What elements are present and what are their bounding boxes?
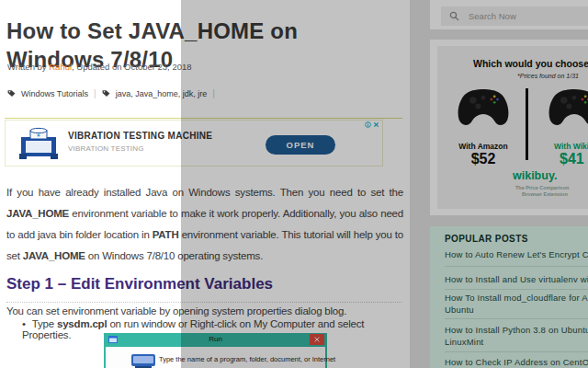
wikibuy-logo: wikibuy. (513, 169, 557, 182)
search-icon (449, 11, 459, 21)
tag-icon (102, 89, 110, 98)
amazon-price-label: With Amazon (441, 142, 526, 151)
popular-post-link[interactable]: LinuxMint (445, 337, 483, 347)
divider (445, 266, 588, 267)
step1-heading: Step 1 – Edit Environment Variables (6, 275, 401, 303)
popular-posts-panel: POPULAR POSTS How to Auto Renew Let's En… (430, 226, 588, 368)
xbox-controller-image (456, 86, 511, 128)
close-icon (314, 337, 320, 342)
ad-banner[interactable]: VIBRATION TESTING MACHINE VIBRATION TEST… (5, 120, 383, 167)
bullet-bold-sysdm: sysdm.cpl (57, 318, 107, 329)
tag-separator: | (212, 88, 215, 98)
search-input[interactable] (467, 10, 588, 22)
divider (445, 351, 588, 352)
tag-icon (7, 89, 16, 98)
ad-info-icon[interactable] (365, 121, 371, 128)
step1-paragraph: You can set environment variable by open… (6, 305, 403, 316)
divider (445, 318, 588, 319)
popular-post-link[interactable]: Ubuntu (445, 305, 474, 315)
sidebar-search-panel (430, 0, 588, 29)
intro-bold-java-home: JAVA_HOME (6, 208, 69, 219)
category-link[interactable]: Windows Tutorials (21, 89, 88, 98)
article-panel: How to Set JAVA_HOME on Windows 7/8/10 W… (0, 0, 410, 368)
popular-post-link[interactable]: How to Install Python 3.8 on Ubuntu, Deb… (445, 325, 588, 335)
intro-text: on Windows 7/8/10 operating systems. (85, 250, 263, 261)
wikibuy-ad[interactable]: Which would you choose? *Prices found on… (437, 46, 588, 209)
sidebar-ad-panel: Which would you choose? *Prices found on… (430, 40, 588, 215)
run-dialog-title: Run (104, 335, 327, 343)
ad-open-button[interactable]: OPEN (266, 135, 335, 155)
ad-subtitle: VIBRATION TESTING (68, 144, 144, 153)
byline-prefix: Written by (7, 62, 49, 72)
wikibuy-note: *Prices found on 1/31 (517, 73, 579, 79)
wikibuy-headline: Which would you choose? (473, 58, 588, 69)
run-dialog-text: Type the name of a program, folder, docu… (159, 355, 335, 363)
ad-divider (526, 88, 528, 160)
page: How to Set JAVA_HOME on Windows 7/8/10 W… (0, 0, 588, 368)
vibration-machine-image (18, 126, 59, 160)
run-program-icon (131, 354, 155, 368)
wikibuy-price: $41 (560, 151, 584, 167)
ad-top-rule (5, 118, 402, 119)
tags-row: Windows Tutorials | java, Java_home, jdk… (7, 88, 215, 98)
amazon-price: $52 (441, 151, 526, 167)
wikibuy-price-label: With Wikibuy (554, 142, 588, 151)
popular-post-link[interactable]: How To Install mod_cloudflare for Apach (445, 293, 588, 303)
intro-text: If you have already installed Java on Wi… (6, 187, 403, 198)
bullet-text: Type (32, 318, 57, 329)
author-link[interactable]: Rahul (49, 62, 72, 72)
keywords-link[interactable]: java, Java_home, jdk, jre (116, 89, 208, 98)
intro-paragraph: If you have already installed Java on Wi… (6, 182, 403, 267)
run-dialog-body: Type the name of a program, folder, docu… (106, 347, 325, 368)
intro-bold-java-home: JAVA_HOME (23, 250, 85, 261)
byline-updated: , Updated on October 23, 2018 (72, 62, 191, 72)
intro-bold-path: PATH (153, 229, 179, 240)
wikibuy-tagline: Browser Extension (522, 191, 568, 197)
divider (445, 289, 588, 290)
run-dialog-image: Run Type the name of a program, folder, … (104, 333, 327, 368)
search-box[interactable] (441, 6, 588, 26)
wikibuy-tagline: The Price Comparison (515, 185, 569, 190)
tag-separator: | (94, 88, 96, 98)
run-close-button-image (310, 334, 324, 345)
popular-post-link[interactable]: How to Auto Renew Let's Encrypt Certific… (445, 249, 588, 259)
ad-title: VIBRATION TESTING MACHINE (68, 131, 212, 141)
popular-posts-heading: POPULAR POSTS (445, 234, 528, 244)
popular-post-link[interactable]: How to Install and Use virtualenv with P… (445, 274, 588, 284)
adchoices (365, 121, 379, 128)
ad-close-icon[interactable] (373, 121, 379, 128)
byline: Written by Rahul, Updated on October 23,… (7, 62, 192, 72)
xbox-controller-image (547, 86, 588, 128)
popular-post-link[interactable]: How to Check IP Address on CentOS 8 (445, 357, 588, 367)
